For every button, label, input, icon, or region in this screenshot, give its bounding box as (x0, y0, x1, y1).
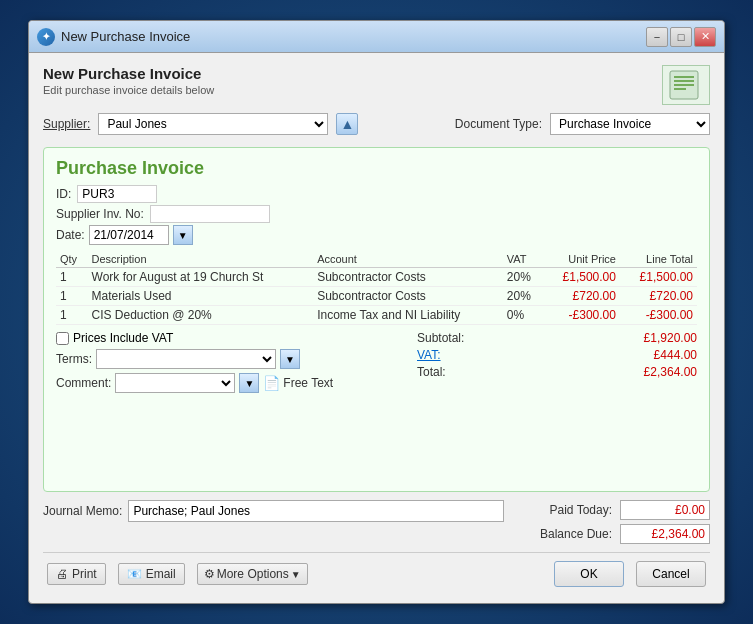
terms-dropdown-button[interactable]: ▼ (280, 349, 300, 369)
email-label: Email (146, 567, 176, 581)
cell-line-total: £720.00 (620, 287, 697, 306)
free-text-button[interactable]: 📄 Free Text (263, 375, 333, 391)
vat-row: VAT: £444.00 (417, 348, 697, 362)
free-text-icon: 📄 (263, 375, 280, 391)
total-label: Total: (417, 365, 446, 379)
col-account: Account (313, 251, 503, 268)
paid-today-value: £0.00 (620, 500, 710, 520)
comment-select[interactable] (115, 373, 235, 393)
subtotal-value: £1,920.00 (644, 331, 697, 345)
cell-description: CIS Deduction @ 20% (88, 306, 314, 325)
cell-vat: 20% (503, 268, 543, 287)
ok-label: OK (580, 567, 597, 581)
minimize-button[interactable]: − (646, 27, 668, 47)
cell-vat: 0% (503, 306, 543, 325)
journal-label: Journal Memo: (43, 504, 122, 518)
page-header: New Purchase Invoice Edit purchase invoi… (43, 65, 710, 105)
invoice-title: Purchase Invoice (56, 158, 697, 179)
supplier-label: Supplier: (43, 117, 90, 131)
balance-due-value: £2,364.00 (620, 524, 710, 544)
cell-description: Work for August at 19 Church St (88, 268, 314, 287)
supplier-select[interactable]: Paul Jones (98, 113, 328, 135)
terms-label: Terms: (56, 352, 92, 366)
subtotal-label: Subtotal: (417, 331, 464, 345)
more-options-arrow-icon: ▼ (291, 569, 301, 580)
prices-include-vat-row: Prices Include VAT (56, 331, 413, 345)
free-text-label: Free Text (283, 376, 333, 390)
supplier-arrow-button[interactable]: ▲ (336, 113, 358, 135)
header-icon (662, 65, 710, 105)
more-options-button[interactable]: ⚙ More Options ▼ (197, 563, 308, 585)
id-value: PUR3 (77, 185, 157, 203)
cancel-label: Cancel (652, 567, 689, 581)
title-bar-left: ✦ New Purchase Invoice (37, 28, 190, 46)
total-row: Total: £2,364.00 (417, 365, 697, 379)
comment-label: Comment: (56, 376, 111, 390)
ok-button[interactable]: OK (554, 561, 624, 587)
col-vat: VAT (503, 251, 543, 268)
window-controls: − □ ✕ (646, 27, 716, 47)
cell-line-total: -£300.00 (620, 306, 697, 325)
date-input[interactable] (89, 225, 169, 245)
prices-include-vat-label: Prices Include VAT (73, 331, 173, 345)
supplier-inv-input[interactable] (150, 205, 270, 223)
cell-account: Subcontractor Costs (313, 268, 503, 287)
cell-unit-price: £720.00 (543, 287, 620, 306)
balance-due-row: Balance Due: £2,364.00 (512, 524, 710, 544)
subtotal-row: Subtotal: £1,920.00 (417, 331, 697, 345)
vat-label[interactable]: VAT: (417, 348, 441, 362)
print-button[interactable]: 🖨 Print (47, 563, 106, 585)
card-bottom-right: Subtotal: £1,920.00 VAT: £444.00 Total: … (417, 331, 697, 379)
cell-qty: 1 (56, 306, 88, 325)
comment-dropdown-button[interactable]: ▼ (239, 373, 259, 393)
prices-include-vat-checkbox[interactable] (56, 332, 69, 345)
journal-input[interactable] (128, 500, 504, 522)
cell-account: Subcontractor Costs (313, 287, 503, 306)
terms-row: Terms: ▼ (56, 349, 413, 369)
doctype-label: Document Type: (455, 117, 542, 131)
close-button[interactable]: ✕ (694, 27, 716, 47)
cell-qty: 1 (56, 268, 88, 287)
cell-qty: 1 (56, 287, 88, 306)
date-label: Date: (56, 228, 85, 242)
card-bottom: Prices Include VAT Terms: ▼ Comment: (56, 331, 697, 393)
cancel-button[interactable]: Cancel (636, 561, 706, 587)
payment-section: Paid Today: £0.00 Balance Due: £2,364.00 (512, 500, 710, 544)
page-title: New Purchase Invoice (43, 65, 214, 82)
col-description: Description (88, 251, 314, 268)
maximize-button[interactable]: □ (670, 27, 692, 47)
header-text: New Purchase Invoice Edit purchase invoi… (43, 65, 214, 96)
card-bottom-left: Prices Include VAT Terms: ▼ Comment: (56, 331, 413, 393)
invoice-card: Purchase Invoice ID: PUR3 Supplier Inv. … (43, 147, 710, 492)
cell-unit-price: £1,500.00 (543, 268, 620, 287)
paid-today-label: Paid Today: (512, 503, 612, 517)
print-icon: 🖨 (56, 567, 68, 581)
supplier-inv-label: Supplier Inv. No: (56, 207, 144, 221)
cell-line-total: £1,500.00 (620, 268, 697, 287)
print-label: Print (72, 567, 97, 581)
page-subtitle: Edit purchase invoice details below (43, 84, 214, 96)
window-title: New Purchase Invoice (61, 29, 190, 44)
email-button[interactable]: 📧 Email (118, 563, 185, 585)
col-qty: Qty (56, 251, 88, 268)
table-row: 1Materials UsedSubcontractor Costs20%£72… (56, 287, 697, 306)
cell-vat: 20% (503, 287, 543, 306)
id-label: ID: (56, 187, 71, 201)
total-value: £2,364.00 (644, 365, 697, 379)
balance-due-label: Balance Due: (512, 527, 612, 541)
main-window: ✦ New Purchase Invoice − □ ✕ New Purchas… (28, 20, 725, 604)
title-bar: ✦ New Purchase Invoice − □ ✕ (29, 21, 724, 53)
col-line-total: Line Total (620, 251, 697, 268)
cell-account: Income Tax and NI Liability (313, 306, 503, 325)
terms-select[interactable] (96, 349, 276, 369)
more-options-icon: ⚙ (204, 567, 215, 581)
supplier-row: Supplier: Paul Jones ▲ Document Type: Pu… (43, 113, 710, 135)
cell-unit-price: -£300.00 (543, 306, 620, 325)
cell-description: Materials Used (88, 287, 314, 306)
journal-payment-section: Journal Memo: Paid Today: £0.00 Balance … (43, 500, 710, 544)
table-row: 1CIS Deduction @ 20%Income Tax and NI Li… (56, 306, 697, 325)
doctype-select[interactable]: Purchase Invoice Credit Note (550, 113, 710, 135)
bottom-bar: 🖨 Print 📧 Email ⚙ More Options ▼ OK Canc… (43, 552, 710, 591)
email-icon: 📧 (127, 567, 142, 581)
calendar-button[interactable]: ▼ (173, 225, 193, 245)
